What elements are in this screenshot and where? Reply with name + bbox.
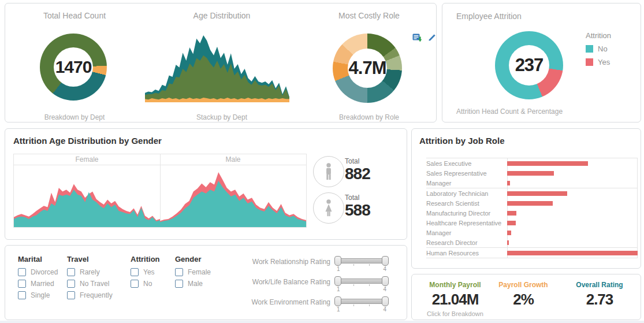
- female-total-label: Total: [345, 194, 359, 202]
- job-role-bar[interactable]: [507, 191, 567, 196]
- slider-label: Work Environment Rating: [247, 298, 330, 306]
- checkbox-icon[interactable]: [131, 280, 139, 288]
- overall-rating-value: 2.73: [565, 291, 634, 309]
- slider-track-bar[interactable]: [337, 299, 386, 304]
- job-role-row[interactable]: Sales Representative: [426, 168, 638, 178]
- filter-option-no-travel[interactable]: No Travel: [67, 280, 113, 288]
- job-role-label: Research Scientist: [426, 200, 504, 207]
- male-chart-label: Male: [160, 155, 306, 164]
- age-distribution-caption: Stackup by Dept: [158, 113, 285, 121]
- costly-role-value: 4.7M: [349, 58, 386, 79]
- checkbox-icon[interactable]: [175, 280, 183, 288]
- job-role-row[interactable]: Healthcare Representative: [426, 218, 638, 228]
- slider-track-bar[interactable]: [337, 279, 386, 284]
- filter-group-attrition: AttritionYesNo: [131, 255, 160, 291]
- filter-option-no[interactable]: No: [131, 280, 160, 288]
- slider-track[interactable]: 14: [337, 276, 386, 291]
- legend-item-yes[interactable]: Yes: [586, 58, 611, 66]
- slider-track[interactable]: 14: [337, 256, 386, 271]
- job-role-bar[interactable]: [507, 181, 510, 185]
- checkbox-icon[interactable]: [175, 268, 183, 276]
- slider-label: Work/Life Balance Rating: [247, 278, 330, 286]
- filter-group-gender: GenderFemaleMale: [175, 255, 211, 291]
- checkbox-icon[interactable]: [67, 280, 75, 288]
- slider-work-life-balance-rating: Work/Life Balance Rating14: [247, 276, 394, 294]
- slider-tick: [369, 284, 370, 286]
- job-role-bar[interactable]: [507, 221, 516, 225]
- filter-option-female[interactable]: Female: [175, 268, 211, 276]
- panel-kpis: Monthly Payroll 21.04M Click for Breakdo…: [411, 274, 641, 320]
- overall-rating-label: Overall Rating: [565, 281, 634, 289]
- filter-option-frequently[interactable]: Frequently: [67, 291, 113, 299]
- checkbox-icon[interactable]: [67, 268, 75, 276]
- slider-handle-min[interactable]: [334, 256, 341, 266]
- export-icon[interactable]: [412, 34, 422, 43]
- job-role-row[interactable]: Manager: [426, 178, 638, 188]
- panel-attrition-by-gender: Attrition Age Distribution by Gender Fem…: [5, 128, 407, 240]
- female-chart-label: Female: [14, 155, 160, 164]
- filter-option-male[interactable]: Male: [175, 280, 211, 288]
- job-role-bar[interactable]: [507, 201, 553, 206]
- checkbox-icon[interactable]: [18, 268, 26, 276]
- filter-option-single[interactable]: Single: [18, 291, 58, 299]
- edit-pencil-icon[interactable]: [427, 33, 437, 42]
- filter-group-title: Travel: [67, 255, 113, 263]
- employee-attrition-title: Employee Attrition: [456, 12, 572, 21]
- checkbox-label: Yes: [143, 268, 155, 276]
- slider-track[interactable]: 14: [337, 296, 386, 311]
- job-role-label: Manager: [426, 229, 504, 236]
- job-role-row[interactable]: Sales Executive: [426, 158, 638, 168]
- slider-handle-min[interactable]: [334, 276, 341, 286]
- job-role-bar[interactable]: [507, 231, 511, 235]
- filter-group-travel: TravelRarelyNo TravelFrequently: [67, 255, 113, 303]
- job-role-row[interactable]: Manufacturing Director: [426, 208, 638, 218]
- filter-option-divorced[interactable]: Divorced: [18, 268, 58, 276]
- filter-option-yes[interactable]: Yes: [131, 268, 160, 276]
- filter-option-rarely[interactable]: Rarely: [67, 268, 113, 276]
- job-role-bar-chart[interactable]: Sales ExecutiveSales RepresentativeManag…: [426, 158, 638, 258]
- costly-role-donut-chart[interactable]: 4.7M: [333, 34, 402, 103]
- job-role-bar[interactable]: [507, 240, 509, 245]
- checkbox-icon[interactable]: [131, 268, 139, 276]
- job-role-bar[interactable]: [507, 171, 554, 176]
- female-total-value: 588: [345, 201, 370, 220]
- job-role-label: Manufacturing Director: [426, 210, 504, 217]
- filter-option-married[interactable]: Married: [18, 280, 58, 288]
- checkbox-label: Female: [188, 268, 211, 276]
- checkbox-icon[interactable]: [67, 291, 75, 299]
- slider-handle-min[interactable]: [334, 296, 341, 306]
- male-total-label: Total: [345, 157, 359, 165]
- checkbox-icon[interactable]: [18, 291, 26, 299]
- job-role-row[interactable]: Laboratory Technician: [426, 188, 638, 198]
- job-role-label: Laboratory Technician: [426, 190, 504, 197]
- employee-attrition-donut-chart[interactable]: 237: [495, 31, 563, 99]
- job-role-row[interactable]: Manager: [426, 228, 638, 237]
- slider-handle-max[interactable]: [382, 276, 389, 286]
- slider-handle-max[interactable]: [382, 296, 389, 306]
- job-role-bar[interactable]: [507, 211, 516, 216]
- checkbox-icon[interactable]: [18, 280, 26, 288]
- slider-min-label: 1: [337, 266, 340, 272]
- head-count-donut-chart[interactable]: 1470: [40, 34, 107, 101]
- female-area-chart[interactable]: [14, 165, 160, 227]
- job-role-label: Research Director: [426, 239, 504, 246]
- slider-track-bar[interactable]: [337, 258, 386, 263]
- job-role-row[interactable]: Research Director: [426, 237, 638, 248]
- kpi-monthly-payroll[interactable]: Monthly Payroll 21.04M Click for Breakdo…: [418, 281, 493, 317]
- head-count-caption: Breakdown by Dept: [17, 113, 132, 121]
- legend-item-no[interactable]: No: [586, 44, 611, 53]
- slider-handle-max[interactable]: [382, 256, 389, 266]
- male-area-chart[interactable]: [160, 165, 306, 227]
- job-role-bar[interactable]: [507, 251, 638, 255]
- job-role-row[interactable]: Research Scientist: [426, 198, 638, 208]
- job-role-row[interactable]: Human Resources: [426, 248, 638, 258]
- slider-tick: [353, 264, 354, 266]
- panel-employee-attrition: Employee Attrition 237 Attrition No Yes …: [442, 3, 641, 122]
- checkbox-label: Married: [31, 280, 54, 288]
- kpi-overall-rating: Overall Rating 2.73: [565, 281, 634, 309]
- slider-max-label: 4: [383, 286, 386, 292]
- age-distribution-area-chart[interactable]: [145, 35, 289, 102]
- employee-attrition-donut-hole: 237: [509, 45, 549, 86]
- filter-group-marital: MaritalDivorcedMarriedSingle: [18, 255, 58, 303]
- job-role-bar[interactable]: [507, 161, 588, 166]
